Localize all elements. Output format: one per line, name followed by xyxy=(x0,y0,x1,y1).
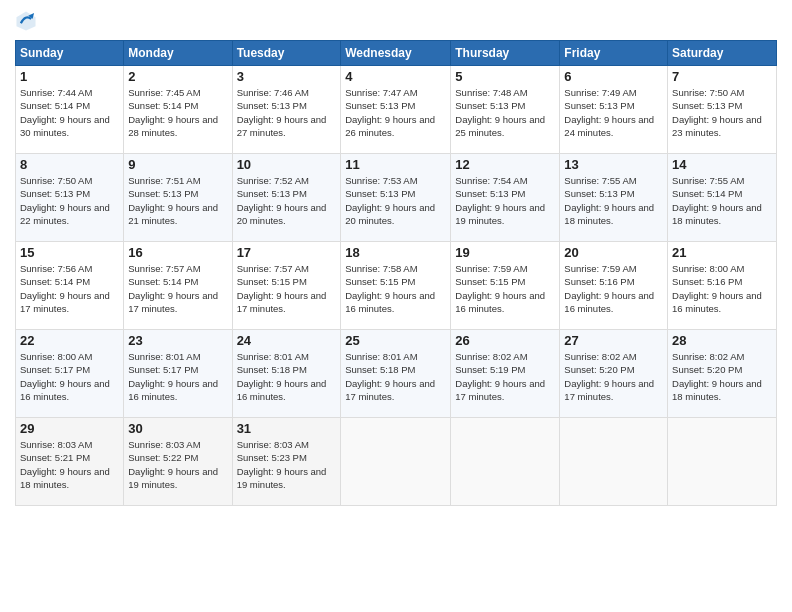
table-row xyxy=(341,418,451,506)
day-info: Sunrise: 7:51 AMSunset: 5:13 PMDaylight:… xyxy=(128,174,227,227)
col-tuesday: Tuesday xyxy=(232,41,341,66)
day-number: 3 xyxy=(237,69,337,84)
table-row: 24Sunrise: 8:01 AMSunset: 5:18 PMDayligh… xyxy=(232,330,341,418)
day-info: Sunrise: 8:00 AMSunset: 5:16 PMDaylight:… xyxy=(672,262,772,315)
table-row: 5Sunrise: 7:48 AMSunset: 5:13 PMDaylight… xyxy=(451,66,560,154)
header xyxy=(15,10,777,32)
table-row: 16Sunrise: 7:57 AMSunset: 5:14 PMDayligh… xyxy=(124,242,232,330)
day-info: Sunrise: 7:48 AMSunset: 5:13 PMDaylight:… xyxy=(455,86,555,139)
table-row: 12Sunrise: 7:54 AMSunset: 5:13 PMDayligh… xyxy=(451,154,560,242)
table-row: 19Sunrise: 7:59 AMSunset: 5:15 PMDayligh… xyxy=(451,242,560,330)
calendar-week-row: 15Sunrise: 7:56 AMSunset: 5:14 PMDayligh… xyxy=(16,242,777,330)
day-info: Sunrise: 7:47 AMSunset: 5:13 PMDaylight:… xyxy=(345,86,446,139)
day-number: 24 xyxy=(237,333,337,348)
day-number: 22 xyxy=(20,333,119,348)
day-number: 14 xyxy=(672,157,772,172)
table-row: 23Sunrise: 8:01 AMSunset: 5:17 PMDayligh… xyxy=(124,330,232,418)
logo-icon xyxy=(15,10,37,32)
day-info: Sunrise: 8:00 AMSunset: 5:17 PMDaylight:… xyxy=(20,350,119,403)
calendar-week-row: 8Sunrise: 7:50 AMSunset: 5:13 PMDaylight… xyxy=(16,154,777,242)
day-info: Sunrise: 8:03 AMSunset: 5:21 PMDaylight:… xyxy=(20,438,119,491)
day-number: 30 xyxy=(128,421,227,436)
table-row: 1Sunrise: 7:44 AMSunset: 5:14 PMDaylight… xyxy=(16,66,124,154)
day-info: Sunrise: 7:54 AMSunset: 5:13 PMDaylight:… xyxy=(455,174,555,227)
day-number: 4 xyxy=(345,69,446,84)
col-wednesday: Wednesday xyxy=(341,41,451,66)
day-number: 19 xyxy=(455,245,555,260)
day-number: 18 xyxy=(345,245,446,260)
table-row: 28Sunrise: 8:02 AMSunset: 5:20 PMDayligh… xyxy=(668,330,777,418)
calendar-week-row: 1Sunrise: 7:44 AMSunset: 5:14 PMDaylight… xyxy=(16,66,777,154)
table-row xyxy=(668,418,777,506)
table-row: 20Sunrise: 7:59 AMSunset: 5:16 PMDayligh… xyxy=(560,242,668,330)
table-row: 30Sunrise: 8:03 AMSunset: 5:22 PMDayligh… xyxy=(124,418,232,506)
day-number: 16 xyxy=(128,245,227,260)
col-sunday: Sunday xyxy=(16,41,124,66)
table-row: 14Sunrise: 7:55 AMSunset: 5:14 PMDayligh… xyxy=(668,154,777,242)
day-number: 7 xyxy=(672,69,772,84)
table-row: 10Sunrise: 7:52 AMSunset: 5:13 PMDayligh… xyxy=(232,154,341,242)
day-info: Sunrise: 8:03 AMSunset: 5:23 PMDaylight:… xyxy=(237,438,337,491)
table-row: 31Sunrise: 8:03 AMSunset: 5:23 PMDayligh… xyxy=(232,418,341,506)
day-number: 26 xyxy=(455,333,555,348)
day-info: Sunrise: 7:53 AMSunset: 5:13 PMDaylight:… xyxy=(345,174,446,227)
day-info: Sunrise: 7:59 AMSunset: 5:15 PMDaylight:… xyxy=(455,262,555,315)
calendar-week-row: 29Sunrise: 8:03 AMSunset: 5:21 PMDayligh… xyxy=(16,418,777,506)
day-info: Sunrise: 7:49 AMSunset: 5:13 PMDaylight:… xyxy=(564,86,663,139)
day-number: 2 xyxy=(128,69,227,84)
day-number: 10 xyxy=(237,157,337,172)
day-info: Sunrise: 8:03 AMSunset: 5:22 PMDaylight:… xyxy=(128,438,227,491)
day-number: 12 xyxy=(455,157,555,172)
day-number: 25 xyxy=(345,333,446,348)
day-number: 29 xyxy=(20,421,119,436)
day-number: 1 xyxy=(20,69,119,84)
table-row: 11Sunrise: 7:53 AMSunset: 5:13 PMDayligh… xyxy=(341,154,451,242)
table-row: 29Sunrise: 8:03 AMSunset: 5:21 PMDayligh… xyxy=(16,418,124,506)
table-row: 3Sunrise: 7:46 AMSunset: 5:13 PMDaylight… xyxy=(232,66,341,154)
day-number: 27 xyxy=(564,333,663,348)
table-row: 6Sunrise: 7:49 AMSunset: 5:13 PMDaylight… xyxy=(560,66,668,154)
day-number: 20 xyxy=(564,245,663,260)
table-row: 7Sunrise: 7:50 AMSunset: 5:13 PMDaylight… xyxy=(668,66,777,154)
day-number: 13 xyxy=(564,157,663,172)
table-row: 27Sunrise: 8:02 AMSunset: 5:20 PMDayligh… xyxy=(560,330,668,418)
table-row: 18Sunrise: 7:58 AMSunset: 5:15 PMDayligh… xyxy=(341,242,451,330)
table-row: 8Sunrise: 7:50 AMSunset: 5:13 PMDaylight… xyxy=(16,154,124,242)
day-info: Sunrise: 7:55 AMSunset: 5:14 PMDaylight:… xyxy=(672,174,772,227)
day-info: Sunrise: 7:52 AMSunset: 5:13 PMDaylight:… xyxy=(237,174,337,227)
day-info: Sunrise: 7:59 AMSunset: 5:16 PMDaylight:… xyxy=(564,262,663,315)
day-number: 8 xyxy=(20,157,119,172)
day-info: Sunrise: 7:45 AMSunset: 5:14 PMDaylight:… xyxy=(128,86,227,139)
col-saturday: Saturday xyxy=(668,41,777,66)
day-number: 15 xyxy=(20,245,119,260)
day-number: 9 xyxy=(128,157,227,172)
day-info: Sunrise: 8:02 AMSunset: 5:20 PMDaylight:… xyxy=(672,350,772,403)
day-info: Sunrise: 7:50 AMSunset: 5:13 PMDaylight:… xyxy=(20,174,119,227)
calendar-header-row: Sunday Monday Tuesday Wednesday Thursday… xyxy=(16,41,777,66)
col-friday: Friday xyxy=(560,41,668,66)
page: Sunday Monday Tuesday Wednesday Thursday… xyxy=(0,0,792,612)
day-number: 6 xyxy=(564,69,663,84)
day-info: Sunrise: 7:46 AMSunset: 5:13 PMDaylight:… xyxy=(237,86,337,139)
day-number: 23 xyxy=(128,333,227,348)
day-info: Sunrise: 8:01 AMSunset: 5:18 PMDaylight:… xyxy=(345,350,446,403)
calendar-week-row: 22Sunrise: 8:00 AMSunset: 5:17 PMDayligh… xyxy=(16,330,777,418)
day-number: 17 xyxy=(237,245,337,260)
day-info: Sunrise: 8:01 AMSunset: 5:17 PMDaylight:… xyxy=(128,350,227,403)
day-info: Sunrise: 7:57 AMSunset: 5:15 PMDaylight:… xyxy=(237,262,337,315)
day-info: Sunrise: 7:58 AMSunset: 5:15 PMDaylight:… xyxy=(345,262,446,315)
day-info: Sunrise: 8:01 AMSunset: 5:18 PMDaylight:… xyxy=(237,350,337,403)
table-row: 26Sunrise: 8:02 AMSunset: 5:19 PMDayligh… xyxy=(451,330,560,418)
table-row: 9Sunrise: 7:51 AMSunset: 5:13 PMDaylight… xyxy=(124,154,232,242)
calendar-table: Sunday Monday Tuesday Wednesday Thursday… xyxy=(15,40,777,506)
table-row: 2Sunrise: 7:45 AMSunset: 5:14 PMDaylight… xyxy=(124,66,232,154)
day-info: Sunrise: 8:02 AMSunset: 5:20 PMDaylight:… xyxy=(564,350,663,403)
table-row: 4Sunrise: 7:47 AMSunset: 5:13 PMDaylight… xyxy=(341,66,451,154)
day-info: Sunrise: 7:50 AMSunset: 5:13 PMDaylight:… xyxy=(672,86,772,139)
day-info: Sunrise: 7:57 AMSunset: 5:14 PMDaylight:… xyxy=(128,262,227,315)
table-row: 17Sunrise: 7:57 AMSunset: 5:15 PMDayligh… xyxy=(232,242,341,330)
day-number: 5 xyxy=(455,69,555,84)
table-row: 25Sunrise: 8:01 AMSunset: 5:18 PMDayligh… xyxy=(341,330,451,418)
day-info: Sunrise: 7:56 AMSunset: 5:14 PMDaylight:… xyxy=(20,262,119,315)
day-number: 28 xyxy=(672,333,772,348)
